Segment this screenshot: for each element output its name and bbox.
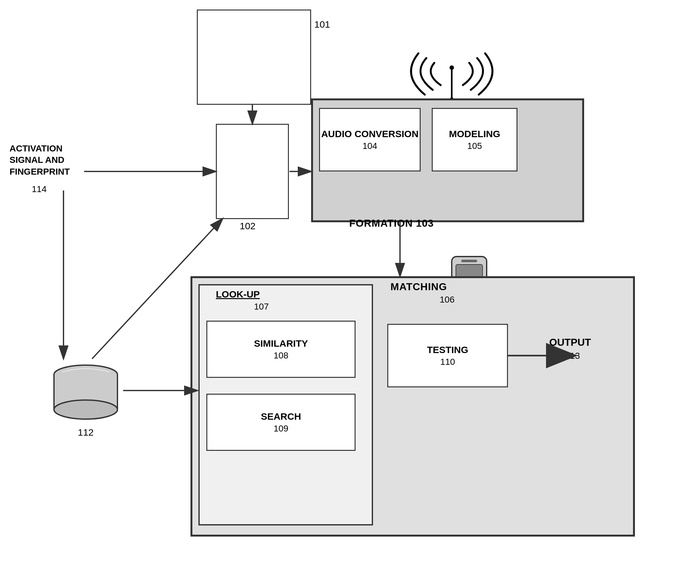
- lookup-number: 107: [254, 302, 269, 312]
- matching-number: 106: [440, 295, 455, 305]
- output-label: OUTPUT: [549, 337, 591, 348]
- matching-label: MATCHING: [390, 281, 447, 293]
- phone-box: [216, 124, 289, 219]
- similarity-label: SIMILARITY: [254, 338, 308, 349]
- database-icon: [49, 359, 122, 422]
- label-102: 102: [240, 221, 256, 231]
- search-box: SEARCH 109: [206, 394, 356, 451]
- label-114: 114: [32, 184, 47, 194]
- diagram: 101 102 AUDIO CONVERSION 104: [0, 0, 700, 588]
- output-number: 113: [565, 351, 580, 361]
- testing-number: 110: [440, 357, 455, 367]
- audio-conversion-number: 104: [363, 141, 377, 151]
- lookup-label: LOOK-UP: [216, 289, 260, 300]
- formation-label: FORMATION 103: [349, 217, 434, 229]
- testing-box: TESTING 110: [387, 324, 508, 387]
- similarity-box: SIMILARITY 108: [206, 321, 356, 378]
- modeling-box: MODELING 105: [432, 108, 517, 171]
- modeling-number: 105: [467, 141, 482, 151]
- modeling-label: MODELING: [449, 128, 500, 140]
- search-label: SEARCH: [261, 411, 301, 422]
- label-112: 112: [78, 427, 94, 438]
- audio-conversion-box: AUDIO CONVERSION 104: [319, 108, 421, 171]
- svg-point-21: [54, 400, 117, 419]
- svg-rect-16: [461, 260, 477, 262]
- svg-point-1: [450, 65, 454, 70]
- audio-conversion-label: AUDIO CONVERSION: [321, 128, 419, 140]
- activation-signal-label: ACTIVATION SIGNAL AND FINGERPRINT: [10, 143, 83, 177]
- search-number: 109: [274, 424, 289, 434]
- testing-label: TESTING: [427, 344, 468, 356]
- antenna-box: [197, 10, 311, 105]
- label-101: 101: [314, 19, 330, 30]
- similarity-number: 108: [274, 351, 289, 361]
